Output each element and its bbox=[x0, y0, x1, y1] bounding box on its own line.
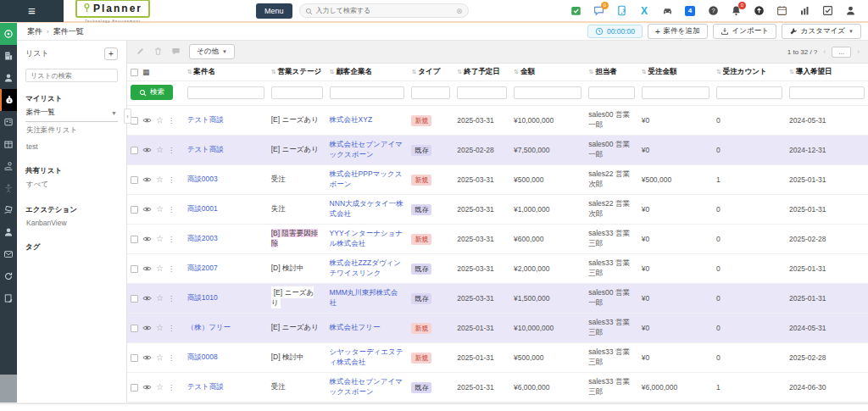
case-name-link[interactable]: テスト商談 bbox=[187, 145, 224, 153]
check-square-icon[interactable] bbox=[821, 5, 833, 17]
eye-icon[interactable] bbox=[142, 354, 152, 361]
row-checkbox[interactable] bbox=[131, 384, 138, 392]
app-logo[interactable]: Planner Technology Environment bbox=[75, 0, 150, 23]
sort-icon[interactable]: ⇅ bbox=[330, 69, 335, 75]
global-search[interactable]: ⊗ bbox=[299, 3, 469, 18]
case-name-link[interactable]: 商談1010 bbox=[187, 293, 218, 302]
filter-owner-input[interactable] bbox=[588, 86, 634, 99]
col-header-company[interactable]: 顧客企業名 bbox=[336, 67, 372, 75]
rail-company-icon[interactable] bbox=[0, 45, 17, 67]
row-checkbox[interactable] bbox=[131, 147, 138, 154]
star-icon[interactable]: ☆ bbox=[156, 353, 164, 362]
chat-icon[interactable]: 0 bbox=[593, 5, 604, 17]
eye-icon[interactable] bbox=[142, 117, 152, 124]
row-checkbox[interactable] bbox=[131, 176, 138, 184]
company-link[interactable]: MMM丸川東邦株式会社 bbox=[330, 288, 398, 307]
kebab-menu-icon[interactable]: ⋮ bbox=[168, 325, 175, 332]
rail-report-icon[interactable] bbox=[0, 287, 17, 309]
col-header-owner[interactable]: 担当者 bbox=[595, 67, 617, 75]
breadcrumb-case-list[interactable]: 案件一覧 bbox=[53, 26, 84, 37]
calendar-check-icon[interactable] bbox=[570, 5, 581, 17]
hamburger-icon[interactable]: ≡ bbox=[0, 0, 64, 22]
kebab-menu-icon[interactable]: ⋮ bbox=[168, 295, 175, 303]
col-header-amount[interactable]: 金額 bbox=[520, 67, 535, 75]
select-all-checkbox[interactable] bbox=[131, 69, 138, 76]
company-link[interactable]: 株式会社フリー bbox=[330, 323, 381, 331]
star-icon[interactable]: ☆ bbox=[156, 146, 164, 154]
star-icon[interactable]: ☆ bbox=[156, 383, 164, 392]
case-name-link[interactable]: テスト商談 bbox=[187, 382, 224, 391]
row-checkbox[interactable] bbox=[131, 236, 138, 243]
four-app-icon[interactable]: 4 bbox=[684, 5, 696, 17]
bar-chart-icon[interactable] bbox=[798, 5, 810, 17]
x-app-icon[interactable]: X bbox=[638, 5, 650, 17]
clear-search-icon[interactable]: ⊗ bbox=[456, 7, 463, 15]
case-name-link[interactable]: 商談0008 bbox=[187, 353, 218, 361]
eye-icon[interactable] bbox=[142, 206, 152, 213]
filter-wish-date-input[interactable] bbox=[789, 86, 865, 99]
company-link[interactable]: 株式会社セブンアイマックスボーン bbox=[330, 140, 403, 158]
list-search-input[interactable] bbox=[25, 69, 118, 82]
row-checkbox[interactable] bbox=[131, 325, 138, 332]
bell-icon[interactable]: 0 bbox=[730, 5, 742, 17]
case-name-link[interactable]: テスト商談 bbox=[187, 115, 224, 124]
rail-home-icon[interactable] bbox=[0, 23, 17, 45]
sort-icon[interactable]: ⇅ bbox=[642, 69, 647, 75]
row-checkbox[interactable] bbox=[131, 206, 138, 214]
sort-icon[interactable]: ⇅ bbox=[789, 69, 794, 75]
next-page-icon[interactable]: › bbox=[857, 47, 860, 56]
rail-sales-icon[interactable] bbox=[0, 155, 17, 177]
user-icon[interactable] bbox=[844, 5, 856, 17]
prev-page-icon[interactable]: ‹ bbox=[823, 47, 826, 56]
kebab-menu-icon[interactable]: ⋮ bbox=[168, 354, 175, 362]
breadcrumb-cases[interactable]: 案件 bbox=[27, 26, 42, 37]
eye-icon[interactable] bbox=[142, 384, 152, 391]
calendar-icon[interactable] bbox=[776, 5, 787, 17]
kebab-menu-icon[interactable]: ⋮ bbox=[168, 265, 175, 273]
kebab-menu-icon[interactable]: ⋮ bbox=[168, 384, 175, 392]
comment-icon[interactable] bbox=[171, 47, 181, 58]
kebab-menu-icon[interactable]: ⋮ bbox=[168, 117, 175, 125]
col-header-order-amount[interactable]: 受注金額 bbox=[648, 67, 677, 75]
eye-icon[interactable] bbox=[142, 236, 152, 242]
rail-products-icon[interactable] bbox=[0, 133, 17, 155]
kebab-menu-icon[interactable]: ⋮ bbox=[168, 176, 175, 184]
row-checkbox[interactable] bbox=[131, 295, 138, 303]
star-icon[interactable]: ☆ bbox=[156, 175, 164, 184]
col-header-stage[interactable]: 営業ステージ bbox=[278, 67, 322, 75]
filter-type-input[interactable] bbox=[411, 86, 450, 99]
sort-icon[interactable]: ⇅ bbox=[411, 69, 416, 75]
import-button[interactable]: インポート bbox=[713, 24, 776, 39]
bottom-scrollbar-track[interactable] bbox=[0, 403, 868, 411]
car-icon[interactable] bbox=[661, 5, 673, 17]
star-icon[interactable]: ☆ bbox=[156, 324, 164, 332]
sidebar-item-all[interactable]: すべて bbox=[25, 176, 118, 193]
row-checkbox[interactable] bbox=[131, 265, 138, 273]
kebab-menu-icon[interactable]: ⋮ bbox=[168, 147, 175, 154]
star-icon[interactable]: ☆ bbox=[156, 205, 164, 214]
col-header-end-date[interactable]: 終了予定日 bbox=[464, 67, 500, 75]
filter-order-count-input[interactable] bbox=[716, 86, 782, 99]
col-header-order-count[interactable]: 受注カウント bbox=[723, 67, 767, 75]
help-icon[interactable]: ? bbox=[707, 5, 719, 17]
customize-button[interactable]: カスタマイズ ▼ bbox=[782, 24, 861, 39]
column-chooser-icon[interactable]: ▦ bbox=[142, 68, 150, 76]
company-link[interactable]: 株式会社XYZ bbox=[330, 115, 373, 124]
upload-circle-icon[interactable] bbox=[753, 5, 765, 17]
mobile-device-icon[interactable] bbox=[615, 5, 627, 17]
star-icon[interactable]: ☆ bbox=[156, 235, 164, 243]
sidebar-item-test[interactable]: test bbox=[25, 139, 118, 154]
case-name-link[interactable]: 商談0001 bbox=[187, 204, 218, 213]
global-search-input[interactable] bbox=[316, 7, 453, 14]
sort-icon[interactable]: ⇅ bbox=[716, 69, 721, 75]
filter-amount-input[interactable] bbox=[514, 86, 581, 99]
kebab-menu-icon[interactable]: ⋮ bbox=[168, 206, 175, 214]
sidebar-item-case-list[interactable]: 案件一覧 ▼ bbox=[25, 104, 118, 122]
filter-stage-input[interactable] bbox=[271, 86, 323, 99]
eye-icon[interactable] bbox=[142, 176, 152, 183]
eye-icon[interactable] bbox=[142, 295, 152, 302]
filter-company-input[interactable] bbox=[330, 86, 405, 99]
sort-icon[interactable]: ⇅ bbox=[187, 69, 192, 75]
company-link[interactable]: YYYインターナショナル株式会社 bbox=[330, 229, 403, 247]
menu-button[interactable]: Menu bbox=[256, 3, 292, 19]
